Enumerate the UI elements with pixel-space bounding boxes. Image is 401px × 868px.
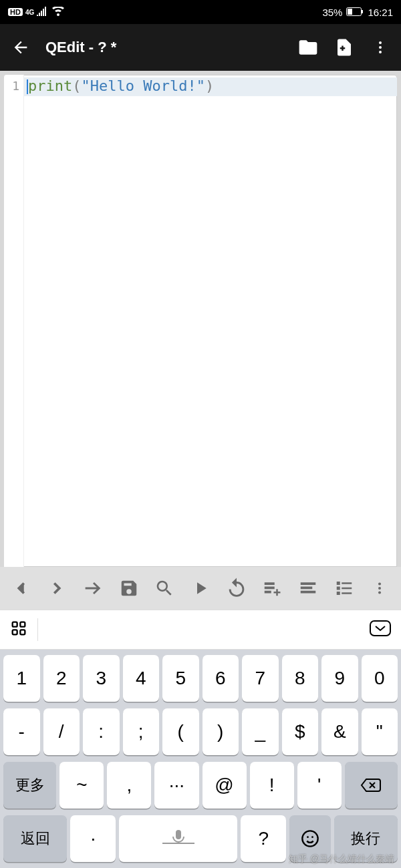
kb-row-2: - / : ; ( ) _ $ & "	[3, 708, 398, 755]
key-ampersand[interactable]: &	[321, 708, 358, 755]
signal-icon	[37, 7, 49, 18]
svg-rect-13	[370, 621, 390, 636]
svg-rect-14	[176, 830, 181, 839]
key-dollar[interactable]: $	[282, 708, 319, 755]
svg-point-5	[379, 51, 382, 53]
clock: 16:21	[368, 7, 393, 18]
key-paren-l[interactable]: (	[162, 708, 199, 755]
key-question[interactable]: ?	[241, 815, 286, 862]
folder-icon[interactable]	[297, 36, 319, 59]
goto-icon[interactable]	[76, 572, 110, 604]
editor-area: 1 print("Hello World!")	[0, 71, 401, 567]
keyboard-collapse-icon[interactable]	[369, 620, 392, 640]
app-title: QEdit - ? *	[45, 39, 283, 56]
code-content[interactable]: print("Hello World!")	[24, 75, 397, 567]
key-more[interactable]: 更多	[3, 762, 56, 809]
svg-point-16	[307, 836, 309, 838]
key-semicolon[interactable]: ;	[123, 708, 160, 755]
key-tilde[interactable]: ~	[59, 762, 104, 809]
key-3[interactable]: 3	[83, 655, 120, 702]
svg-rect-9	[13, 622, 17, 627]
toolbar-overflow-icon[interactable]	[362, 572, 397, 604]
keyboard-apps-icon[interactable]	[9, 619, 28, 640]
token-function: print	[28, 77, 72, 94]
svg-point-17	[311, 836, 313, 838]
svg-point-15	[302, 831, 317, 846]
key-7[interactable]: 7	[242, 655, 279, 702]
svg-rect-10	[20, 622, 25, 627]
key-underscore[interactable]: _	[242, 708, 279, 755]
token-string: "Hello World!"	[81, 77, 205, 94]
keyboard-suggest-bar	[0, 610, 401, 650]
code-editor[interactable]: 1 print("Hello World!")	[4, 75, 397, 567]
svg-point-3	[379, 41, 382, 44]
hd-badge: HD	[8, 8, 23, 16]
network-label: 4G	[25, 9, 34, 16]
key-4[interactable]: 4	[123, 655, 160, 702]
line-number: 1	[4, 79, 19, 93]
soft-keyboard: 1 2 3 4 5 6 7 8 9 0 - / : ; ( ) _ $ & " …	[0, 650, 401, 868]
back-icon[interactable]	[9, 36, 32, 59]
battery-icon	[346, 7, 364, 18]
battery-pct: 35%	[322, 7, 342, 18]
key-space[interactable]	[119, 815, 237, 862]
key-backspace[interactable]	[345, 762, 398, 809]
list-icon[interactable]	[327, 572, 362, 604]
key-paren-r[interactable]: )	[203, 708, 239, 755]
snippet-add-icon[interactable]	[255, 572, 289, 604]
key-2[interactable]: 2	[43, 655, 80, 702]
key-slash[interactable]: /	[43, 708, 80, 755]
svg-rect-11	[13, 630, 17, 634]
overflow-menu-icon[interactable]	[369, 36, 392, 59]
save-icon[interactable]	[112, 572, 146, 604]
status-bar: HD 4G 35% 16:21	[0, 0, 401, 24]
token-close: )	[205, 77, 214, 94]
watermark: 知乎 @马什么靖什么秦靖	[289, 853, 394, 865]
svg-rect-2	[362, 10, 363, 13]
wifi-icon	[51, 7, 65, 18]
key-0[interactable]: 0	[362, 655, 398, 702]
search-icon[interactable]	[148, 572, 182, 604]
format-icon[interactable]	[291, 572, 325, 604]
run-icon[interactable]	[183, 572, 218, 604]
svg-point-8	[378, 591, 381, 594]
key-bang[interactable]: !	[250, 762, 294, 809]
key-8[interactable]: 8	[282, 655, 319, 702]
prev-icon[interactable]	[4, 572, 39, 604]
divider	[37, 618, 38, 641]
next-icon[interactable]	[40, 572, 75, 604]
svg-point-6	[378, 583, 381, 586]
key-6[interactable]: 6	[203, 655, 239, 702]
editor-toolbar	[0, 567, 401, 610]
svg-point-7	[378, 587, 381, 590]
key-return-mode[interactable]: 返回	[3, 815, 67, 862]
key-1[interactable]: 1	[3, 655, 40, 702]
kb-row-3: 更多 ~ , ··· @ ! '	[3, 762, 398, 809]
smile-icon	[301, 829, 319, 848]
key-colon[interactable]: :	[83, 708, 120, 755]
line-gutter: 1	[4, 75, 24, 567]
backspace-icon	[360, 777, 382, 793]
key-minus[interactable]: -	[3, 708, 40, 755]
app-bar: QEdit - ? *	[0, 24, 401, 71]
key-dot[interactable]: ·	[70, 815, 116, 862]
svg-rect-1	[348, 9, 352, 15]
key-9[interactable]: 9	[321, 655, 358, 702]
svg-point-4	[379, 46, 382, 49]
key-at[interactable]: @	[203, 762, 247, 809]
mic-icon	[158, 827, 198, 850]
key-5[interactable]: 5	[162, 655, 199, 702]
key-quote[interactable]: "	[362, 708, 398, 755]
key-ellipsis[interactable]: ···	[154, 762, 198, 809]
key-apostrophe[interactable]: '	[297, 762, 342, 809]
svg-rect-12	[20, 630, 25, 634]
kb-row-1: 1 2 3 4 5 6 7 8 9 0	[3, 655, 398, 702]
undo-icon[interactable]	[219, 572, 254, 604]
token-open: (	[72, 77, 81, 94]
new-file-icon[interactable]	[333, 36, 356, 59]
key-comma[interactable]: ,	[107, 762, 151, 809]
